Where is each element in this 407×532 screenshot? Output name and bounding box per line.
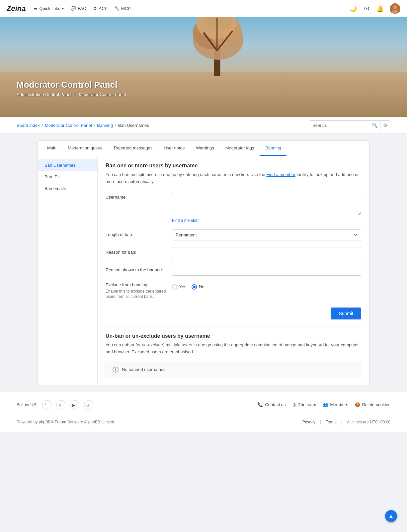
sidebar-ban-usernames[interactable]: Ban Usernames bbox=[38, 159, 97, 171]
exclude-label: Exclude from banning: bbox=[106, 282, 172, 287]
breadcrumb: Board index / Moderator Control Panel / … bbox=[17, 123, 149, 128]
terms-link[interactable]: Terms bbox=[326, 420, 337, 424]
sidebar-ban-emails[interactable]: Ban emails bbox=[38, 183, 97, 194]
search-input[interactable] bbox=[309, 121, 369, 130]
theme-toggle-button[interactable]: 🌙 bbox=[348, 4, 358, 14]
members-icon: 👥 bbox=[323, 402, 328, 407]
delete-cookies-link[interactable]: 🍪 Delete cookies bbox=[355, 402, 390, 407]
panel-layout: Ban Usernames Ban IPs Ban emails Ban one… bbox=[38, 156, 369, 385]
footer-links: 📞 Contact us ◎ The team 👥 Members 🍪 Dele… bbox=[258, 402, 390, 407]
members-link[interactable]: 👥 Members bbox=[323, 402, 348, 407]
tab-warnings[interactable]: Warnings bbox=[191, 141, 219, 156]
acp-link[interactable]: ⚙ ACP bbox=[93, 6, 108, 11]
faq-link[interactable]: 💬 FAQ bbox=[71, 6, 86, 11]
username-label: Username: bbox=[106, 192, 172, 200]
timezone-text: All times are UTC+03:00 bbox=[347, 420, 390, 424]
exclude-radio-group: Yes No bbox=[172, 282, 361, 290]
hero-text-area: Moderator Control Panel Administration C… bbox=[17, 80, 126, 97]
unban-section-title: Un-ban or un-exclude users by username bbox=[106, 333, 361, 339]
tab-user-notes[interactable]: User notes bbox=[158, 141, 190, 156]
sidebar-ban-ips[interactable]: Ban IPs bbox=[38, 171, 97, 183]
ban-length-select[interactable]: Permanent 1 day 3 days 1 week 2 weeks 1 … bbox=[172, 229, 361, 240]
username-textarea[interactable] bbox=[172, 192, 361, 215]
breadcrumb-mcp[interactable]: Moderator Control Panel bbox=[45, 123, 92, 128]
exclude-yes-option[interactable]: Yes bbox=[172, 284, 186, 290]
sidebar: Ban Usernames Ban IPs Ban emails bbox=[38, 156, 98, 385]
privacy-link[interactable]: Privacy bbox=[302, 420, 315, 424]
main-content: Main Moderation queue Reported messages … bbox=[21, 140, 386, 385]
reason-shown-label: Reason shown to the banned: bbox=[106, 265, 172, 272]
mcp-link[interactable]: 🔧 MCP bbox=[114, 6, 131, 11]
divider bbox=[106, 326, 361, 326]
facebook-icon[interactable]: f bbox=[42, 400, 51, 409]
exclude-yes-radio[interactable] bbox=[172, 284, 177, 290]
breadcrumb-bar: Board index / Moderator Control Panel / … bbox=[0, 117, 407, 134]
find-member-inline-link[interactable]: Find a member bbox=[266, 172, 295, 177]
tab-moderator-logs[interactable]: Moderator logs bbox=[220, 141, 260, 156]
follow-us-label: Follow US: bbox=[17, 402, 38, 407]
reason-shown-row: Reason shown to the banned: bbox=[106, 265, 361, 276]
unban-desc: You can unban (or un-exclude) multiple u… bbox=[106, 342, 361, 356]
svg-text:▶: ▶ bbox=[72, 403, 75, 407]
tab-banning[interactable]: Banning bbox=[260, 141, 286, 156]
tab-main[interactable]: Main bbox=[42, 141, 62, 156]
quick-links-menu[interactable]: ☰ Quick links ▾ bbox=[34, 6, 64, 11]
submit-button[interactable]: Submit bbox=[331, 308, 361, 319]
site-logo[interactable]: Zeina bbox=[7, 4, 26, 13]
the-team-link[interactable]: ◎ The team bbox=[292, 402, 316, 407]
twitter-icon[interactable]: 𝕏 bbox=[56, 400, 65, 409]
hero-title: Moderator Control Panel bbox=[17, 80, 126, 90]
search-settings-button[interactable]: ⚙ bbox=[380, 121, 390, 130]
hamburger-icon: ☰ bbox=[34, 6, 38, 11]
footer-top: Follow US: f 𝕏 ▶ G 📞 Contact us ◎ The te… bbox=[17, 400, 390, 409]
follow-us-section: Follow US: f 𝕏 ▶ G bbox=[17, 400, 93, 409]
hero-banner: Moderator Control Panel Administration C… bbox=[0, 17, 407, 117]
contact-us-link[interactable]: 📞 Contact us bbox=[258, 402, 285, 407]
ban-length-control: Permanent 1 day 3 days 1 week 2 weeks 1 … bbox=[172, 229, 361, 240]
ban-section-title: Ban one or more users by username bbox=[106, 163, 361, 169]
username-row: Username: Find a member bbox=[106, 192, 361, 223]
reason-control bbox=[172, 247, 361, 258]
tab-moderation-queue[interactable]: Moderation queue bbox=[62, 141, 108, 156]
svg-point-1 bbox=[393, 5, 397, 9]
cookie-icon: 🍪 bbox=[355, 402, 360, 407]
messages-button[interactable]: ✉ bbox=[363, 4, 370, 14]
reason-input[interactable] bbox=[172, 247, 361, 258]
search-button[interactable]: 🔍 bbox=[369, 121, 380, 130]
exclude-no-option[interactable]: No bbox=[192, 284, 204, 290]
reason-row: Reason for ban: bbox=[106, 247, 361, 258]
google-icon[interactable]: G bbox=[84, 400, 93, 409]
exclude-control: Yes No bbox=[172, 282, 361, 290]
breadcrumb-board-index[interactable]: Board index bbox=[17, 123, 40, 128]
tabs-bar: Main Moderation queue Reported messages … bbox=[38, 141, 369, 156]
ban-length-label: Length of ban: bbox=[106, 229, 172, 237]
breadcrumb-current: Ban Usernames bbox=[118, 123, 149, 128]
breadcrumb-banning[interactable]: Banning bbox=[97, 123, 113, 128]
submit-row: Submit bbox=[106, 308, 361, 319]
youtube-icon[interactable]: ▶ bbox=[70, 400, 79, 409]
reason-shown-input[interactable] bbox=[172, 265, 361, 276]
powered-by-text: Powered by phpBB® Forum Software © phpBB… bbox=[17, 420, 114, 424]
ban-section-desc: You can ban multiple users in one go by … bbox=[106, 171, 361, 185]
header-icons: 🌙 ✉ 🔔 bbox=[348, 3, 400, 14]
reason-label: Reason for ban: bbox=[106, 247, 172, 255]
no-banned-box: i No banned usernames bbox=[106, 361, 361, 378]
top-navigation: Zeina ☰ Quick links ▾ 💬 FAQ ⚙ ACP 🔧 MCP … bbox=[0, 0, 407, 17]
username-control: Find a member bbox=[172, 192, 361, 223]
gear-icon: ⚙ bbox=[93, 6, 97, 11]
reason-shown-control bbox=[172, 265, 361, 276]
hero-breadcrumb: Administration Control Panel | Moderator… bbox=[17, 92, 126, 97]
tab-reported-messages[interactable]: Reported messages bbox=[109, 141, 158, 156]
info-icon: i bbox=[113, 367, 119, 373]
hero-tree-decoration bbox=[182, 17, 255, 77]
exclude-no-radio[interactable] bbox=[192, 284, 197, 290]
mcp-icon: 🔧 bbox=[114, 6, 120, 11]
ban-length-row: Length of ban: Permanent 1 day 3 days 1 … bbox=[106, 229, 361, 240]
faq-icon: 💬 bbox=[71, 6, 76, 11]
avatar[interactable] bbox=[390, 3, 400, 14]
footer-bottom-links: Privacy | Terms | All times are UTC+03:0… bbox=[302, 420, 390, 424]
notifications-button[interactable]: 🔔 bbox=[375, 4, 385, 14]
phone-icon: 📞 bbox=[258, 402, 263, 407]
find-member-link[interactable]: Find a member bbox=[172, 218, 361, 223]
chevron-down-icon: ▾ bbox=[62, 6, 64, 11]
